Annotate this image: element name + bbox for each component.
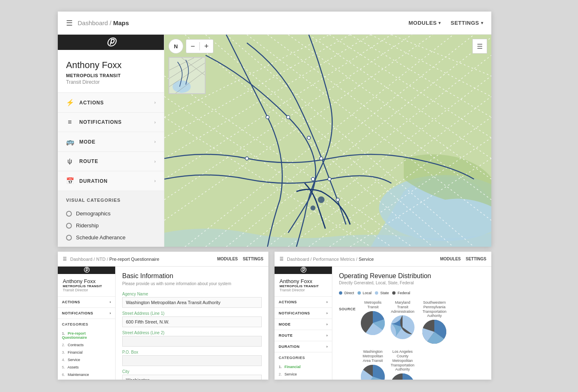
br-cat-3[interactable]: 3. Assets: [275, 378, 332, 380]
pie-southwestern: Southwestern Pennsylvania Transportation…: [420, 300, 449, 345]
address1-input[interactable]: [122, 316, 262, 327]
minimap-svg: [169, 58, 206, 94]
demographics-label: Demographics: [76, 210, 111, 217]
br-duration-item[interactable]: DURATION›: [275, 341, 332, 352]
bottom-right-panel: ☰ Dashboard / Performance Metrics / Serv…: [275, 252, 491, 380]
zoom-out-button[interactable]: −: [186, 40, 199, 53]
svg-point-35: [245, 157, 249, 160]
city-input[interactable]: [122, 375, 262, 380]
zoom-in-button[interactable]: +: [200, 40, 213, 53]
svg-point-32: [307, 136, 310, 139]
sidebar-item-actions[interactable]: ⚡ ACTIONS ›: [58, 93, 164, 113]
bl-modules-button[interactable]: MODULES: [217, 257, 238, 261]
pie-maryland: Maryland Transit Administration: [390, 300, 415, 341]
form-field-address1: Street Address (Line 1): [122, 311, 262, 327]
bl-logo-icon: ⓟ: [84, 267, 90, 274]
federal-label: Federal: [398, 291, 410, 295]
calendar-icon: 📅: [66, 177, 73, 185]
header-left: ☰ Dashboard / Maps: [66, 19, 129, 28]
bl-cat-6[interactable]: 6. Maintenance: [58, 371, 115, 378]
route-icon: ψ: [66, 158, 73, 165]
schedule-dot: [66, 235, 72, 241]
agency-input[interactable]: [122, 297, 262, 308]
demographics-dot: [66, 211, 72, 217]
modules-button[interactable]: MODULES ▾: [408, 20, 441, 26]
actions-chevron-icon: ›: [154, 100, 156, 105]
notifications-chevron-icon: ›: [154, 120, 156, 125]
visual-cat-ridership[interactable]: Ridership: [66, 220, 156, 231]
br-hamburger-icon[interactable]: ☰: [280, 256, 284, 262]
north-button[interactable]: N: [168, 39, 183, 54]
br-cat-2[interactable]: 2. Service: [275, 371, 332, 378]
sidebar-item-duration[interactable]: 📅 DURATION ›: [58, 171, 164, 191]
schedule-label: Schedule Adherance: [76, 234, 126, 241]
br-breadcrumb: Dashboard / Performance Metrics / Servic…: [287, 257, 374, 262]
visual-cat-schedule[interactable]: Schedule Adherance: [66, 231, 156, 243]
settings-button[interactable]: SETTINGS ▾: [450, 20, 483, 26]
header-right: MODULES ▾ SETTINGS ▾: [408, 20, 483, 26]
form-subtitle: Please provide us with some information …: [122, 281, 262, 286]
br-chart-area: Operating Revenue Distribution Directly …: [332, 267, 491, 380]
br-modules-button[interactable]: MODULES: [440, 257, 461, 261]
visual-cat-demographics[interactable]: Demographics: [66, 208, 156, 220]
main-body: ⓟ Anthony Foxx METROPOLIS TRANSIT Transi…: [58, 35, 491, 247]
br-user-org: METROPOLIS TRANSIT: [280, 284, 327, 288]
map-menu-button[interactable]: ☰: [472, 39, 487, 54]
minimap: [168, 57, 206, 94]
city-label: City: [122, 369, 262, 374]
chart-row-1: SOURCE Metropolis Transit Maryland Tran: [339, 300, 485, 345]
svg-point-38: [336, 198, 339, 201]
bl-cat-2[interactable]: 2. Contracts: [58, 341, 115, 349]
pie-la: Los Angeles County Metropolitan Transpor…: [390, 349, 415, 380]
bl-cat-3[interactable]: 3. Financial: [58, 349, 115, 356]
bl-actions-item[interactable]: ACTIONS›: [58, 297, 115, 308]
br-duration-chevron: ›: [327, 345, 328, 349]
modules-chevron-icon: ▾: [438, 21, 441, 25]
bl-cat-1[interactable]: 1. Pre-report Questionnaire: [58, 330, 115, 341]
local-dot: [358, 291, 361, 295]
br-body: ⓟ Anthony Foxx METROPOLIS TRANSIT Transi…: [275, 267, 491, 380]
ridership-dot: [66, 223, 72, 229]
source-header: SOURCE: [339, 300, 355, 312]
map-area[interactable]: N − +: [164, 35, 491, 247]
map-svg: [164, 35, 491, 247]
bl-user-name: Anthony Foxx: [63, 278, 110, 284]
legend-local: Local: [358, 291, 372, 295]
bl-hamburger-icon[interactable]: ☰: [63, 256, 67, 262]
mode-chevron-icon: ›: [154, 139, 156, 144]
agency-label: Agency Name: [122, 292, 262, 296]
visual-categories-section: VISUAL CATEGORIES Demographics Ridership…: [58, 191, 164, 247]
pobox-label: P.O. Box: [122, 350, 262, 354]
breadcrumb: Dashboard / Maps: [78, 19, 129, 26]
pobox-input[interactable]: [122, 355, 262, 366]
br-notifications-item[interactable]: NOTIFICATIONS›: [275, 308, 332, 319]
user-name: Anthony Foxx: [66, 60, 156, 71]
bl-notifications-item[interactable]: NOTIFICATIONS›: [58, 308, 115, 319]
logo-icon: ⓟ: [107, 36, 116, 49]
br-cat-1[interactable]: 1. Financial: [275, 363, 332, 371]
state-dot: [375, 291, 378, 295]
sidebar-item-route[interactable]: ψ ROUTE ›: [58, 152, 164, 171]
br-route-item[interactable]: ROUTE›: [275, 330, 332, 341]
br-user: Anthony Foxx METROPOLIS TRANSIT Transit …: [275, 274, 332, 297]
address2-label: Street Address (Line 2): [122, 331, 262, 335]
sidebar-item-mode[interactable]: 🚌 MODE ›: [58, 132, 164, 152]
bl-cat-4[interactable]: 4. Service: [58, 356, 115, 364]
bl-cat-5[interactable]: 5. Assets: [58, 364, 115, 371]
address1-label: Street Address (Line 1): [122, 311, 262, 316]
address2-input[interactable]: [122, 336, 262, 347]
federal-dot: [392, 291, 396, 295]
sidebar-item-notifications[interactable]: ≡ NOTIFICATIONS ›: [58, 113, 164, 132]
pie-4-svg: [361, 365, 385, 380]
pie-metropolis: Metropolis Transit: [360, 300, 385, 337]
bl-cat-7[interactable]: 7. Labor: [58, 378, 115, 380]
menu-lines-icon: ☰: [477, 43, 483, 50]
hamburger-icon[interactable]: ☰: [66, 19, 73, 28]
br-actions-item[interactable]: ACTIONS›: [275, 297, 332, 308]
ridership-label: Ridership: [76, 222, 99, 229]
bl-settings-button[interactable]: SETTINGS: [243, 257, 263, 261]
bl-user: Anthony Foxx METROPOLIS TRANSIT Transit …: [58, 274, 115, 297]
form-field-city: City: [122, 369, 262, 380]
br-mode-item[interactable]: MODE›: [275, 319, 332, 330]
br-settings-button[interactable]: SETTINGS: [466, 257, 486, 261]
